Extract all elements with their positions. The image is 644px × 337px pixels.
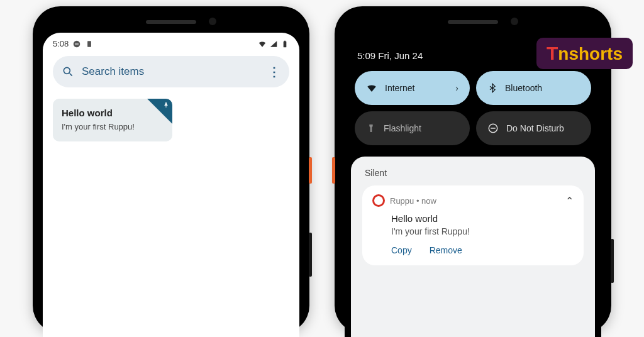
- section-label-silent: Silent: [362, 168, 584, 178]
- dnd-icon: [487, 123, 499, 134]
- watermark-rest: nshorts: [558, 44, 623, 64]
- power-button[interactable]: [332, 157, 335, 184]
- search-bar[interactable]: Search items ⋮: [53, 56, 289, 87]
- search-icon: [62, 65, 74, 78]
- wifi-icon: [258, 40, 267, 48]
- tile-label: Internet: [385, 83, 414, 93]
- notification-app-name: Ruppu • now: [390, 196, 436, 206]
- screen-right: 5:09 Fri, Jun 24 Internet › Bluetooth Fl…: [345, 33, 601, 337]
- svg-rect-4: [284, 40, 286, 41]
- power-button[interactable]: [309, 157, 312, 184]
- more-icon[interactable]: ⋮: [268, 64, 280, 79]
- action-remove[interactable]: Remove: [430, 245, 462, 255]
- svg-rect-3: [284, 41, 287, 47]
- tile-label: Bluetooth: [505, 83, 542, 93]
- qs-tiles: Internet › Bluetooth Flashlight Do Not D…: [345, 71, 601, 157]
- svg-rect-1: [75, 43, 79, 44]
- pin-icon: [162, 101, 170, 109]
- notification-title: Hello world: [391, 213, 574, 224]
- phone-left: 5:08 Search items ⋮: [33, 6, 309, 333]
- bluetooth-icon: [487, 83, 497, 93]
- status-time: 5:08: [53, 39, 69, 48]
- action-copy[interactable]: Copy: [391, 245, 412, 255]
- search-placeholder: Search items: [82, 65, 260, 78]
- svg-rect-2: [87, 41, 91, 47]
- wifi-icon: [366, 82, 377, 94]
- sd-status-icon: [85, 40, 94, 48]
- tile-label: Do Not Disturb: [506, 123, 564, 133]
- notification-card[interactable]: Ruppu • now ⌃ Hello world I'm your first…: [362, 185, 584, 265]
- tile-flashlight[interactable]: Flashlight: [355, 111, 470, 145]
- dnd-status-icon: [72, 40, 81, 48]
- chevron-up-icon[interactable]: ⌃: [565, 195, 574, 207]
- app-icon: [372, 194, 385, 207]
- chevron-right-icon: ›: [455, 83, 458, 93]
- notification-shade: Silent Ruppu • now ⌃ Hello world I'm you…: [351, 157, 595, 337]
- signal-icon: [269, 40, 278, 48]
- tile-internet[interactable]: Internet ›: [355, 71, 470, 105]
- note-card[interactable]: Hello world I'm your first Ruppu!: [53, 99, 172, 141]
- watermark-badge: Tnshorts: [536, 38, 633, 69]
- tile-dnd[interactable]: Do Not Disturb: [476, 111, 591, 145]
- qs-datetime: 5:09 Fri, Jun 24: [357, 50, 423, 61]
- tile-bluetooth[interactable]: Bluetooth: [476, 71, 591, 105]
- notification-text: I'm your first Ruppu!: [391, 226, 574, 236]
- volume-button[interactable]: [611, 239, 614, 283]
- svg-line-6: [70, 74, 72, 76]
- tile-label: Flashlight: [384, 123, 421, 133]
- battery-icon: [280, 40, 289, 48]
- screen-left: 5:08 Search items ⋮: [43, 33, 299, 337]
- status-bar: 5:08: [43, 33, 299, 52]
- watermark-t: T: [547, 43, 558, 64]
- volume-button[interactable]: [309, 233, 312, 277]
- flashlight-icon: [366, 123, 376, 133]
- svg-point-5: [64, 67, 70, 74]
- svg-rect-8: [491, 128, 496, 129]
